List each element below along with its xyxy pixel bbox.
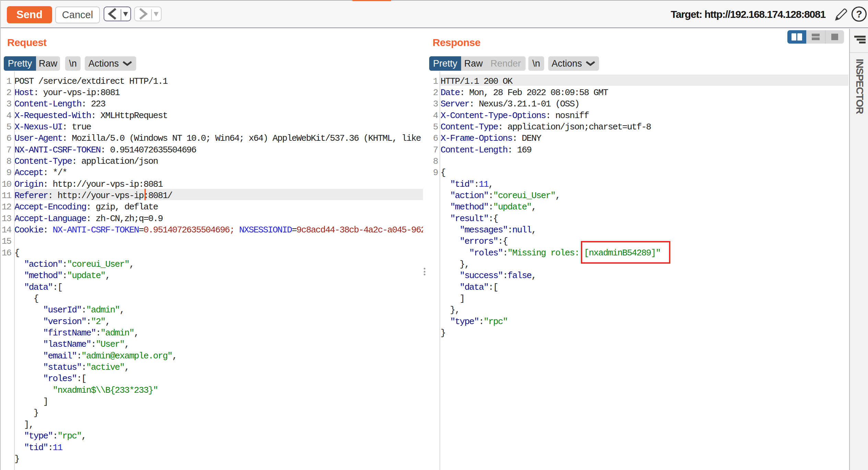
svg-text:?: ? <box>856 9 862 20</box>
